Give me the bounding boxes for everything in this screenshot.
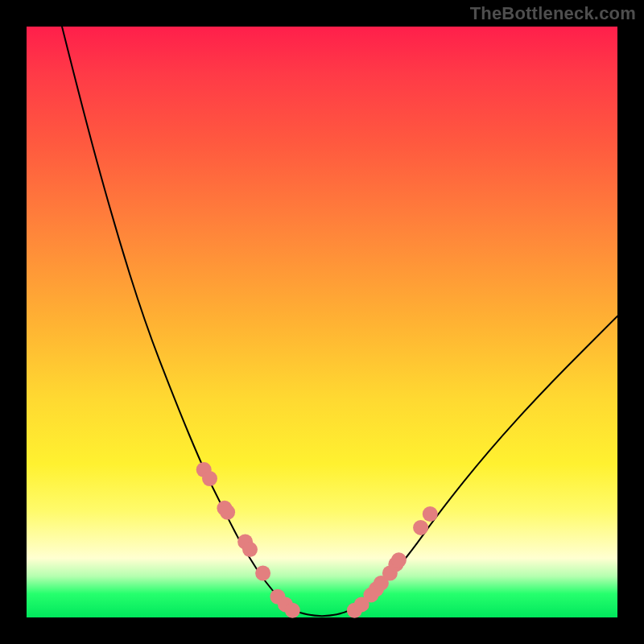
marker-dot	[413, 520, 428, 535]
watermark-text: TheBottleneck.com	[470, 3, 636, 24]
chart-svg	[27, 27, 617, 617]
marker-dot	[423, 506, 438, 522]
chart-page: TheBottleneck.com	[0, 0, 644, 644]
marker-dot	[242, 542, 258, 557]
marker-group	[196, 462, 438, 618]
marker-dot	[202, 471, 217, 486]
plot-area	[27, 27, 617, 617]
marker-dot	[285, 603, 300, 618]
marker-dot	[255, 566, 270, 581]
bottleneck-curve	[62, 27, 617, 616]
marker-dot	[391, 552, 407, 568]
marker-dot	[220, 505, 235, 520]
